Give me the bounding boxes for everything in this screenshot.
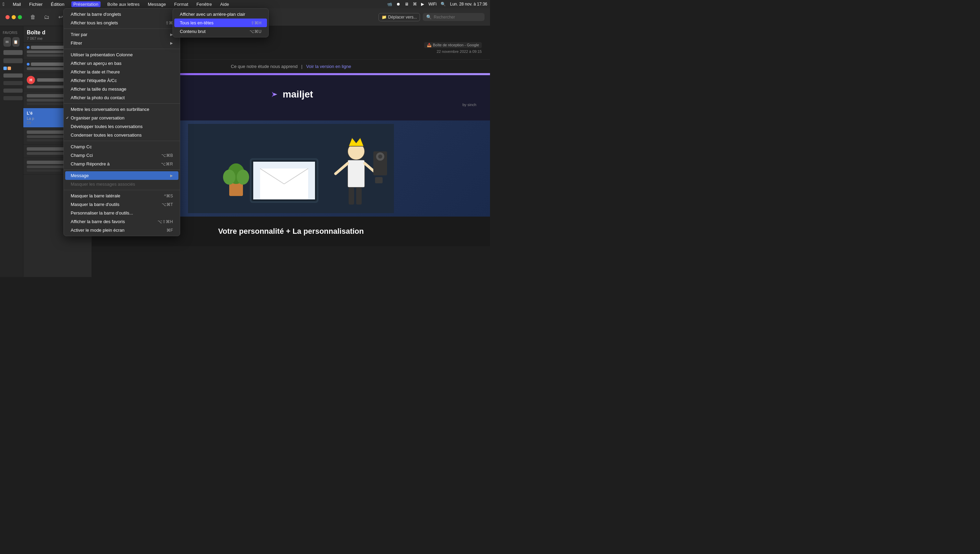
menu-champ-cc[interactable]: Champ Cc: [64, 142, 180, 151]
wifi-icon[interactable]: WiFi: [428, 2, 436, 6]
sidebar: Favoris ✉ 📋: [0, 26, 23, 277]
separator-1: [64, 29, 180, 29]
search-icon: 🔍: [426, 14, 432, 19]
menubar-mail[interactable]: Mail: [11, 2, 22, 7]
screen-record-icon[interactable]: ⏺: [396, 2, 401, 6]
bluetooth-icon[interactable]: ⌘: [413, 2, 417, 6]
menu-afficher-barre-onglets[interactable]: Afficher la barre d'onglets: [64, 10, 180, 19]
maximize-button[interactable]: [18, 15, 22, 19]
msg-sender-placeholder-2: [31, 62, 65, 66]
illustration-svg: [188, 124, 394, 213]
menu-trier-par[interactable]: Trier par ▶: [64, 30, 180, 39]
menu-masquer-associes: Masquer les messages associés: [64, 180, 180, 188]
unread-indicator-1: [27, 46, 30, 49]
menu-barre-favoris[interactable]: Afficher la barre des favoris ⌥⇧⌘H: [64, 217, 180, 226]
msg-preview-placeholder-4: [27, 103, 68, 105]
close-button[interactable]: [5, 15, 10, 19]
menu-plein-ecran[interactable]: Activer le mode plein écran ⌘F: [64, 226, 180, 234]
sidebar-placeholder-2: [3, 58, 23, 63]
menu-champ-cci[interactable]: Champ Cci ⌥⌘B: [64, 151, 180, 159]
sidebar-item-2[interactable]: [2, 49, 22, 56]
sidebar-item-6[interactable]: [2, 80, 22, 86]
menu-taille-message[interactable]: Afficher la taille du message: [64, 85, 180, 93]
sidebar-item-4[interactable]: [2, 65, 22, 72]
video-call-icon[interactable]: 📹: [387, 2, 392, 6]
traffic-lights: [5, 15, 22, 19]
shortcut-contenu-brut: ⌥⌘U: [250, 29, 261, 34]
sidebar-placeholder-1: [3, 50, 23, 55]
sidebar-dot-2: [8, 67, 11, 70]
msg-placeholder-8c: [27, 169, 61, 172]
menubar-format[interactable]: Format: [173, 2, 189, 7]
submenu-arrow-message: ▶: [170, 174, 173, 177]
sidebar-item-7[interactable]: [2, 87, 22, 94]
email-date: 📥 Boîte de réception - Google 22 novembr…: [424, 42, 482, 54]
shortcut-laterale: ^⌘S: [164, 194, 173, 198]
menu-masquer-laterale[interactable]: Masquer la barre latérale ^⌘S: [64, 191, 180, 200]
display-icon[interactable]: 🖥: [404, 2, 409, 6]
menu-date-heure[interactable]: Afficher la date et l'heure: [64, 68, 180, 76]
shortcut-plein-ecran: ⌘F: [166, 228, 173, 233]
search-input[interactable]: [434, 15, 481, 19]
menu-apercu-bas[interactable]: Afficher un aperçu en bas: [64, 59, 180, 68]
menu-personnaliser[interactable]: Personnaliser la barre d'outils...: [64, 209, 180, 217]
shortcut-en-tetes: ⇧⌘H: [251, 21, 261, 25]
sidebar-dot-1: [3, 67, 7, 70]
mailjet-logo-icon: [269, 89, 280, 100]
move-to-button[interactable]: 📁 Déplacer vers...: [379, 13, 420, 21]
submenu-arriere-plan-clair[interactable]: Afficher avec un arrière-plan clair: [173, 10, 268, 19]
minimize-button[interactable]: [12, 15, 16, 19]
clock: Lun. 28 nov. à 17:36: [450, 2, 487, 6]
separator-6: [64, 190, 180, 190]
sidebar-item-1[interactable]: ✉ 📋: [2, 36, 22, 48]
shortcut-cci: ⌥⌘B: [161, 153, 173, 158]
sidebar-placeholder-4: [3, 81, 23, 85]
trash-button[interactable]: 🗑: [27, 12, 38, 23]
submenu-tous-en-tetes[interactable]: Tous les en-têtes ⇧⌘H: [174, 19, 267, 27]
submenu-arrow-filtrer: ▶: [170, 41, 173, 45]
menubar-edition[interactable]: Édition: [49, 2, 66, 7]
menu-organiser-conversation[interactable]: Organiser par conversation: [64, 114, 180, 122]
search-bar[interactable]: 🔍: [423, 13, 485, 21]
menubar-message[interactable]: Message: [146, 2, 167, 7]
play-icon[interactable]: ▶: [421, 2, 424, 6]
favorites-label: Favoris: [0, 29, 23, 35]
menu-champ-repondre[interactable]: Champ Répondre à ⌥⌘R: [64, 159, 180, 168]
submenu-contenu-brut[interactable]: Contenu brut ⌥⌘U: [173, 27, 268, 36]
menu-filtrer[interactable]: Filtrer ▶: [64, 39, 180, 47]
view-online-link[interactable]: Voir la version en ligne: [306, 64, 351, 69]
menu-masquer-outils[interactable]: Masquer la barre d'outils ⌥⌘T: [64, 200, 180, 209]
menu-surbrillance[interactable]: Mettre les conversations en surbrillance: [64, 105, 180, 114]
sidebar-item-8[interactable]: [2, 95, 22, 102]
menubar-fenetre[interactable]: Fenêtre: [195, 2, 213, 7]
svg-rect-20: [375, 177, 383, 183]
msg-placeholder-6c: [27, 139, 68, 142]
mailbox-tag: 📥 Boîte de réception - Google: [424, 42, 482, 48]
sidebar-item-5[interactable]: [2, 72, 22, 79]
sidebar-placeholder-5: [3, 89, 23, 93]
menubar-boite[interactable]: Boîte aux lettres: [106, 2, 141, 7]
menubar-fichier[interactable]: Fichier: [28, 2, 44, 7]
sidebar-placeholder-3: [3, 73, 23, 78]
menu-condenser[interactable]: Condenser toutes les conversations: [64, 131, 180, 139]
menu-etiquette-acc[interactable]: Afficher l'étiquette À/Cc: [64, 76, 180, 85]
sidebar-item-3[interactable]: [2, 57, 22, 65]
archive-button[interactable]: 🗂: [41, 12, 52, 23]
svg-point-10: [237, 170, 249, 185]
logo-text: mailjet: [283, 89, 313, 100]
menu-utiliser-colonne[interactable]: Utiliser la présentation Colonne: [64, 51, 180, 59]
menubar-aide[interactable]: Aide: [219, 2, 230, 7]
sender-avatar-3: H: [27, 76, 35, 84]
shortcut-outils: ⌥⌘T: [162, 202, 173, 207]
menu-message[interactable]: Message ▶: [65, 171, 178, 180]
sidebar-icon-1: ✉: [3, 37, 11, 47]
menubar-presentation[interactable]: Présentation: [72, 2, 100, 7]
menu-developper[interactable]: Développer toutes les conversations: [64, 122, 180, 131]
search-menubar-icon[interactable]: 🔍: [441, 2, 446, 6]
svg-rect-16: [356, 188, 362, 205]
apple-menu[interactable]: : [3, 2, 5, 7]
shortcut-repondre: ⌥⌘R: [161, 162, 173, 167]
separator-4: [64, 141, 180, 141]
menu-afficher-tous-onglets[interactable]: Afficher tous les onglets ⇧⌘: [64, 19, 180, 27]
menu-photo-contact[interactable]: Afficher la photo du contact: [64, 93, 180, 102]
